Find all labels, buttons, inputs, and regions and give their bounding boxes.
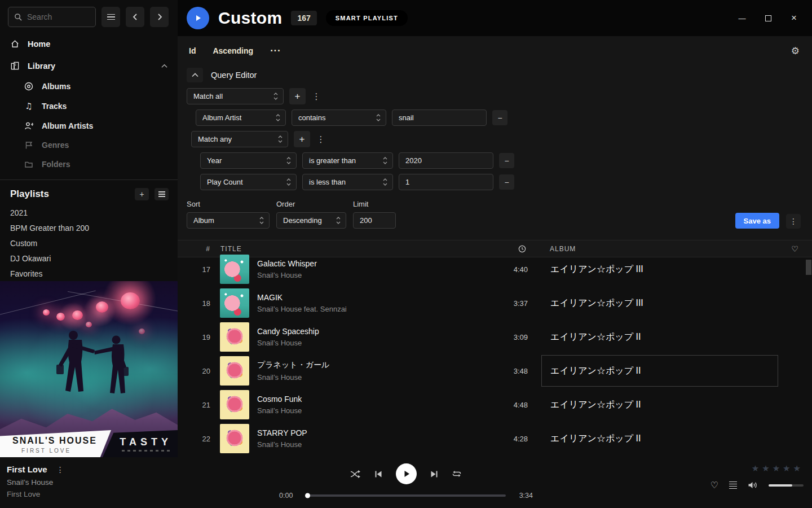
rule-operator-select[interactable]: contains [292, 110, 386, 126]
page-title: Custom [218, 8, 282, 28]
rule-operator-select[interactable]: is less than [302, 174, 393, 190]
limit-input[interactable] [353, 212, 396, 229]
playlist-list-button[interactable] [155, 188, 169, 200]
track-album[interactable]: エイリアン☆ポップ II [541, 389, 778, 421]
more-options-button[interactable]: ··· [270, 46, 281, 55]
query-editor-collapse-button[interactable] [187, 68, 203, 82]
now-playing-title[interactable]: First Love [7, 465, 47, 474]
now-playing-cover-art[interactable]: SNAIL'S HOUSE FIRST LOVE TASTY [0, 281, 178, 457]
select-arrows-icon [383, 178, 387, 186]
volume-button[interactable] [748, 481, 758, 489]
window-close-button[interactable]: × [789, 14, 798, 23]
column-index[interactable]: # [178, 245, 220, 253]
playlist-item[interactable]: DJ Okawari [0, 251, 178, 266]
playlist-item[interactable]: Favorites [0, 266, 178, 281]
track-album[interactable]: エイリアン☆ポップ II [541, 321, 778, 353]
column-title[interactable]: TITLE [220, 245, 479, 253]
track-album-focused-cell[interactable]: エイリアン☆ポップ II [541, 355, 778, 387]
track-album[interactable]: エイリアン☆ポップ III [541, 287, 778, 319]
cover-artist: SNAIL'S HOUSE [12, 436, 121, 446]
column-album[interactable]: ALBUM [541, 245, 778, 253]
star-icon[interactable]: ★ [773, 463, 783, 474]
nav-forward-button[interactable] [150, 7, 169, 27]
star-icon[interactable]: ★ [752, 463, 762, 474]
track-row[interactable]: 20 プラネット・ガールSnail’s House 3:48 エイリアン☆ポップ… [178, 354, 812, 388]
now-playing-album[interactable]: First Love [7, 490, 64, 498]
track-album[interactable]: エイリアン☆ポップ III [541, 253, 778, 285]
group-options-button[interactable]: ⋮ [311, 91, 321, 102]
rule-value-input[interactable] [392, 110, 487, 126]
search-input[interactable] [27, 12, 90, 21]
main-content: Custom 167 SMART PLAYLIST — × Id Ascendi… [178, 0, 812, 457]
save-as-button[interactable]: Save as [735, 213, 779, 229]
now-playing-options-button[interactable]: ⋮ [56, 465, 64, 474]
track-row[interactable]: 21 Cosmo FunkSnail’s House 4:48 エイリアン☆ポッ… [178, 388, 812, 422]
star-icon[interactable]: ★ [783, 463, 793, 474]
sidebar-item-genres[interactable]: Genres [0, 135, 178, 155]
sidebar-item-albums[interactable]: Albums [0, 77, 178, 96]
sort-select[interactable]: Album [187, 212, 270, 229]
track-cover-thumb [220, 390, 249, 419]
playlist-item[interactable]: 2021 [0, 205, 178, 220]
rule-value-input[interactable] [399, 174, 493, 190]
gear-icon[interactable]: ⚙ [791, 45, 800, 56]
order-select[interactable]: Descending [276, 212, 346, 229]
remove-rule-button[interactable]: − [499, 174, 514, 190]
rule-field-select[interactable]: Year [200, 152, 297, 169]
rule-value-input[interactable] [399, 152, 493, 169]
search-box[interactable] [8, 7, 96, 27]
star-icon[interactable]: ★ [793, 463, 804, 474]
match-type-select[interactable]: Match any [191, 131, 288, 147]
track-row[interactable]: 22 STARRY POPSnail’s House 4:28 エイリアン☆ポッ… [178, 422, 812, 456]
hamburger-icon [107, 14, 115, 20]
sidebar-item-library[interactable]: Library [0, 55, 178, 77]
column-favorite[interactable]: ♡ [778, 244, 812, 253]
column-duration[interactable] [479, 245, 541, 253]
track-cover-thumb [220, 322, 249, 352]
select-arrows-icon [376, 114, 381, 121]
playlist-item[interactable]: BPM Greater than 200 [0, 220, 178, 235]
sort-label: Sort [187, 200, 270, 208]
track-row[interactable]: 17 Galactic WhisperSnail’s House 4:40 エイ… [178, 252, 812, 286]
playlist-item[interactable]: Custom [0, 235, 178, 251]
rule-operator-select[interactable]: is greater than [302, 152, 393, 169]
menu-button[interactable] [102, 7, 120, 27]
match-type-select[interactable]: Match all [187, 88, 284, 104]
track-album[interactable]: エイリアン☆ポップ II [541, 423, 778, 454]
star-icon[interactable]: ★ [762, 463, 772, 474]
sort-direction-button[interactable]: Ascending [213, 46, 253, 55]
sidebar-item-tracks[interactable]: ♫ Tracks [0, 96, 178, 116]
scrollbar-thumb[interactable] [806, 260, 811, 275]
repeat-button[interactable] [452, 470, 462, 478]
group-options-button[interactable]: ⋮ [316, 134, 326, 144]
remove-rule-button[interactable]: − [499, 153, 514, 168]
add-rule-button[interactable]: + [289, 88, 306, 104]
rule-field-select[interactable]: Album Artist [196, 110, 286, 126]
seek-handle[interactable] [305, 493, 310, 498]
track-artist: Snail’s House [257, 271, 317, 279]
shuffle-button[interactable] [350, 470, 361, 479]
add-rule-button[interactable]: + [294, 131, 310, 147]
sidebar-item-album-artists[interactable]: Album Artists [0, 116, 178, 135]
save-options-button[interactable]: ⋮ [786, 214, 801, 229]
window-maximize-button[interactable] [764, 14, 773, 23]
add-playlist-button[interactable]: + [135, 188, 149, 200]
sort-field-button[interactable]: Id [189, 46, 196, 55]
next-button[interactable] [430, 470, 438, 478]
queue-button[interactable] [729, 481, 737, 489]
sidebar-item-folders[interactable]: Folders [0, 155, 178, 174]
volume-slider[interactable] [769, 484, 804, 487]
play-playlist-button[interactable] [187, 7, 209, 29]
now-playing-artist[interactable]: Snail’s House [7, 478, 64, 487]
favorite-button[interactable]: ♡ [710, 480, 718, 491]
nav-back-button[interactable] [126, 7, 144, 27]
sidebar-item-home[interactable]: Home [0, 33, 178, 55]
previous-button[interactable] [374, 470, 382, 478]
track-row[interactable]: 19 Candy SpaceshipSnail’s House 3:09 エイリ… [178, 320, 812, 354]
seek-slider[interactable] [306, 494, 506, 497]
play-pause-button[interactable] [396, 463, 417, 484]
remove-rule-button[interactable]: − [492, 110, 508, 125]
window-minimize-button[interactable]: — [738, 14, 747, 23]
rule-field-select[interactable]: Play Count [200, 174, 297, 190]
track-row[interactable]: 18 MAGIKSnail’s House feat. Sennzai 3:37… [178, 286, 812, 320]
